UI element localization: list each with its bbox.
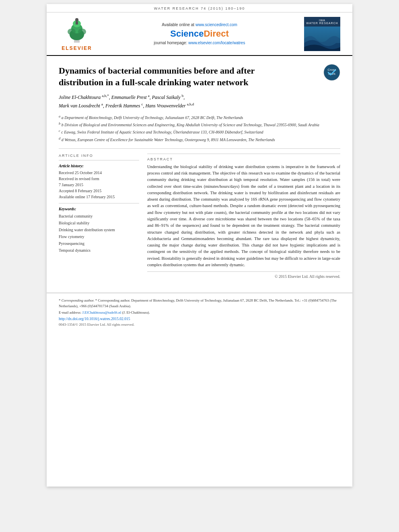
- header-area: ELSEVIER Available online at www.science…: [47, 12, 352, 56]
- email-link[interactable]: J.ElChakhtoura@tudelft.nl: [82, 310, 121, 314]
- sd-orange-text: Direct: [204, 29, 228, 39]
- corresponding-note: * Corresponding author. * Corresponding …: [59, 298, 340, 309]
- corresponding-text: * Corresponding author. Department of Bi…: [59, 298, 337, 308]
- author-4: Mark van Loosdrecht: [59, 103, 100, 109]
- crossmark-icon: Cross Mark: [323, 64, 340, 81]
- keyword-5: Temporal dynamics: [59, 247, 139, 254]
- svg-rect-7: [76, 21, 78, 25]
- journal-homepage-text: journal homepage: www.elsevier.com/locat…: [107, 41, 292, 45]
- header-center: Available online at www.sciencedirect.co…: [99, 23, 300, 45]
- doi-line: http://dx.doi.org/10.1016/j.watres.2015.…: [59, 317, 340, 321]
- keyword-2: Drinking water distribution system: [59, 226, 139, 233]
- wr-logo-box: IWA WATER RESEARCH: [304, 17, 340, 51]
- authors: Joline El-Chakhtoura a,b,*, Emmanuelle P…: [59, 93, 340, 110]
- left-col: ARTICLE INFO Article history: Received 2…: [59, 154, 139, 279]
- email-line: E-mail address: J.ElChakhtoura@tudelft.n…: [59, 310, 340, 316]
- svg-point-4: [68, 29, 76, 35]
- abstract-paragraph: Understanding the biological stability o…: [147, 164, 340, 268]
- accepted-date: Accepted 8 February 2015: [59, 188, 139, 194]
- affiliation-d: d d Wetsus, European Centre of Excellenc…: [59, 136, 340, 143]
- affiliation-b: b b Division of Biological and Environme…: [59, 121, 340, 128]
- svg-point-6: [75, 18, 78, 21]
- journal-bar: WATER RESEARCH 74 (2015) 180–190: [47, 4, 352, 12]
- author-1: Joline El-Chakhtoura: [59, 94, 101, 100]
- copyright-text: © 2015 Elsevier Ltd. All rights reserved…: [147, 271, 340, 279]
- svg-point-5: [78, 29, 86, 35]
- affiliation-a: a a Department of Biotechnology, Delft U…: [59, 114, 340, 121]
- article-info-label: ARTICLE INFO: [59, 154, 139, 158]
- elsevier-text: ELSEVIER: [62, 45, 92, 51]
- article-history-label: Article history:: [59, 164, 139, 168]
- footer-note: * Corresponding author. * Corresponding …: [59, 298, 340, 316]
- keyword-4: Pyrosequencing: [59, 240, 139, 247]
- keywords-label: Keywords:: [59, 207, 139, 211]
- right-col: ABSTRACT Understanding the biological st…: [147, 154, 340, 279]
- author-3: Pascal Saikaly: [152, 94, 181, 100]
- author-2: Emmanuelle Prest: [111, 94, 147, 100]
- sciencedirect-title: ScienceDirect: [107, 29, 292, 39]
- wr-top-text: IWA WATER RESEARCH: [306, 19, 338, 25]
- abstract-section: ABSTRACT Understanding the biological st…: [147, 154, 340, 279]
- wr-wave-icon: [304, 27, 340, 51]
- two-col-layout: ARTICLE INFO Article history: Received 2…: [59, 154, 340, 279]
- keyword-0: Bacterial community: [59, 213, 139, 220]
- available-online-text: Available online at www.sciencedirect.co…: [107, 23, 292, 27]
- received-date: Received 25 October 2014: [59, 170, 139, 176]
- page: WATER RESEARCH 74 (2015) 180–190 ELSEVIE…: [47, 4, 352, 487]
- elsevier-tree-icon: [59, 16, 95, 45]
- wr-main: [304, 27, 340, 51]
- water-research-logo: IWA WATER RESEARCH: [300, 17, 344, 51]
- email-suffix: (J. El-Chakhtoura).: [122, 310, 150, 314]
- wr-title: WATER RESEARCH: [306, 22, 338, 25]
- journal-homepage-link[interactable]: www.elsevier.com/locate/watres: [188, 41, 245, 45]
- footer-area: * Corresponding author. * Corresponding …: [47, 293, 352, 331]
- doi-link[interactable]: http://dx.doi.org/10.1016/j.watres.2015.…: [59, 317, 130, 321]
- available-online-date: Available online 17 February 2015: [59, 194, 139, 200]
- wr-top: IWA WATER RESEARCH: [304, 17, 340, 27]
- revised-label: Received in revised form: [59, 176, 139, 182]
- article-content: Cross Mark Dynamics of bacterial communi…: [47, 56, 352, 285]
- keyword-1: Biological stability: [59, 220, 139, 226]
- abstract-label: ABSTRACT: [147, 157, 340, 161]
- sd-blue-text: Science: [170, 29, 204, 39]
- keyword-3: Flow cytometry: [59, 233, 139, 240]
- journal-bar-text: WATER RESEARCH 74 (2015) 180–190: [154, 6, 245, 10]
- sciencedirect-link[interactable]: www.sciencedirect.com: [195, 23, 237, 27]
- issn-line: 0043-1354/© 2015 Elsevier Ltd. All right…: [59, 322, 340, 327]
- article-title: Dynamics of bacterial communities before…: [59, 65, 298, 88]
- elsevier-logo: ELSEVIER: [55, 16, 99, 51]
- affiliations: a a Department of Biotechnology, Delft U…: [59, 114, 340, 149]
- crossmark-badge: Cross Mark: [323, 64, 340, 82]
- keywords-section: Keywords: Bacterial community Biological…: [59, 203, 139, 254]
- article-history-section: Article history: Received 25 October 201…: [59, 160, 139, 200]
- revised-date: 7 January 2015: [59, 182, 139, 188]
- abstract-text: Understanding the biological stability o…: [147, 164, 340, 268]
- affiliation-c: c c Eawag, Swiss Federal Institute of Aq…: [59, 129, 340, 135]
- author-5: Frederik Hammes: [105, 103, 140, 109]
- author-6: Hans Vrouwenvelder: [145, 103, 185, 109]
